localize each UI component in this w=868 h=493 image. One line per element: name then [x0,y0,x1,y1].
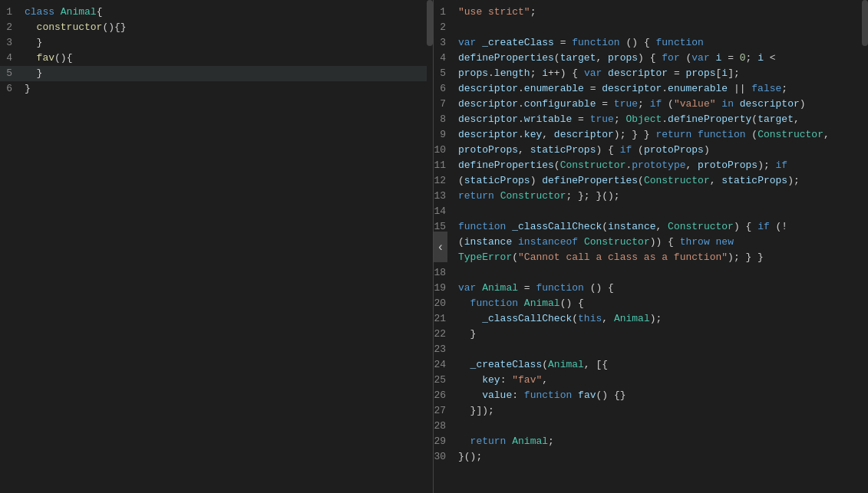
token: _createClass [470,359,543,370]
token: (! [770,221,787,232]
right-code-area[interactable]: 1"use strict";23var _createClass = funct… [434,0,868,493]
token: defineProperties [458,52,554,64]
token: configurable [524,98,596,110]
token: = [584,83,602,94]
token: ++) { [548,67,584,79]
line-content: _classCallCheck(this, Animal); [458,311,862,327]
token: prototype [632,159,685,171]
token: , [823,129,830,140]
token [458,374,482,386]
token [734,98,740,110]
left-code-area[interactable]: 1class Animal{2 constructor(){}3 }4 fav(… [0,0,433,493]
token: ); [650,313,662,324]
token: ; [548,435,554,447]
token: = [518,282,536,294]
token-op: { [67,52,73,64]
line-number: 24 [434,357,458,373]
collapse-button[interactable]: ‹ [434,232,447,262]
token: = [596,98,613,110]
token: ( [751,113,757,125]
token: descriptor [740,98,800,110]
line-content: } [25,66,427,81]
token: Animal [614,313,650,324]
line: 3var _createClass = function () { functi… [434,35,868,51]
line-number: 18 [434,265,458,281]
token: ( [554,159,560,171]
line-content: constructor(){} [25,20,427,35]
line-number: 14 [434,204,458,219]
line: 18 [434,265,868,281]
token: ); [787,175,800,186]
token: ; [530,6,536,18]
token: in [721,98,734,110]
line-number: 27 [434,403,458,419]
token: staticProps [530,144,596,156]
right-pane: 1"use strict";23var _createClass = funct… [434,0,868,493]
token: if [757,221,770,232]
token: function [655,37,703,48]
token: = [554,37,572,48]
token: = [668,67,685,79]
line-content: descriptor.configurable = true; if ("val… [458,97,862,112]
token: () {} [596,389,625,401]
token: instance [608,221,655,232]
token-op: } [25,83,31,94]
token: ( [458,236,464,248]
line: 19var Animal = function () { [434,281,868,296]
line-content: defineProperties(target, props) { for (v… [458,51,862,66]
token [458,435,470,447]
line: 5props.length; i++) { var descriptor = p… [434,66,868,81]
line-number: 20 [434,296,458,311]
token-op: } [37,67,43,79]
token: defineProperties [542,175,638,186]
token [494,190,500,202]
token: ( [458,175,464,186]
token: "Cannot call a class as a function" [518,251,728,263]
line-content: function Animal() { [458,296,862,311]
line-content: } [458,327,862,342]
line-content: return Constructor; }; }(); [458,189,862,204]
token: ( [572,313,578,324]
line-content: class Animal{ [25,5,427,20]
token: props [686,67,716,79]
line: 29 return Animal; [434,434,868,449]
line-content: } [25,35,427,51]
token: true [590,113,614,125]
line: 30}(); [434,449,868,465]
token: for [662,52,679,64]
token: ( [602,221,608,232]
token: function [572,37,619,48]
line-content: props.length; i++) { var descriptor = pr… [458,66,862,81]
line-number: 5 [434,66,458,81]
line: 26 value: function fav() {} [434,388,868,403]
token: ); } } [614,129,656,140]
token: return [458,190,494,202]
line-content: (instance instanceof Constructor)) { thr… [458,235,862,250]
token [602,67,608,79]
token: ; [614,113,626,125]
token: props [608,52,638,64]
line-number: 1 [0,5,25,20]
line-number: 4 [434,51,458,66]
line-content: function _classCallCheck(instance, Const… [458,219,862,235]
token [710,52,716,64]
line: 6descriptor.enumerable = descriptor.enum… [434,81,868,97]
token [458,359,470,370]
line-content: }]); [458,403,862,419]
line-number: 11 [434,158,458,173]
token: , [542,374,548,386]
token: ; [638,98,650,110]
line-content: (staticProps) defineProperties(Construct… [458,173,862,189]
token: ( [632,144,644,156]
line-number: 23 [434,342,458,357]
token: Animal [512,435,548,447]
token: = [721,52,739,64]
token: () { [620,37,656,48]
token [458,297,470,309]
token: if [620,144,632,156]
line-content: key: "fav", [458,373,862,388]
token: ) { [638,52,662,64]
token-cls: Animal [61,6,97,18]
token: TypeError [458,251,512,263]
line: 21 _classCallCheck(this, Animal); [434,311,868,327]
